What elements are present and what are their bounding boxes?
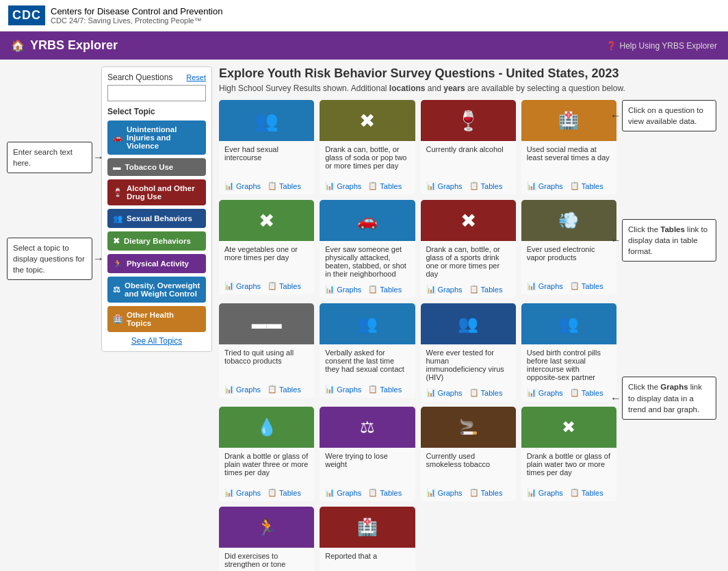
cards-grid: 👥 Ever had sexual intercourse 📊 Graphs 📋…: [219, 100, 616, 571]
help-link[interactable]: ❓ Help Using YRBS Explorer: [606, 41, 717, 51]
annotation-topic-text: Select a topic to display questions for …: [13, 244, 85, 274]
topic-btn-tobacco[interactable]: ▬ Tobacco Use: [107, 158, 206, 176]
card-11-graphs[interactable]: 📊 Graphs: [527, 388, 563, 397]
card-3[interactable]: 🏥 Used social media at least several tim…: [521, 100, 616, 194]
card-7-tables[interactable]: 📋 Tables: [570, 281, 603, 290]
card-6[interactable]: ✖ Drank a can, bottle, or glass of a spo…: [421, 200, 516, 298]
card-1-tables[interactable]: 📋 Tables: [368, 181, 402, 190]
cdc-org-tagline: CDC 24/7: Saving Lives, Protecting Peopl…: [51, 16, 222, 25]
search-input[interactable]: [107, 85, 206, 101]
card-4[interactable]: ✖ Ate vegetables one or more times per d…: [219, 200, 314, 298]
cdc-header: CDC Centers for Disease Control and Prev…: [0, 0, 728, 31]
card-3-tables[interactable]: 📋 Tables: [570, 181, 603, 190]
topic-btn-sexual[interactable]: 👥 Sexual Behaviors: [107, 209, 206, 228]
card-2-graphs[interactable]: 📊 Graphs: [426, 181, 463, 190]
card-16-text: Did exercises to strengthen or tone: [224, 552, 285, 568]
card-14-graphs[interactable]: 📊 Graphs: [426, 488, 463, 497]
dietary-label: Dietary Behaviors: [124, 237, 191, 245]
card-2-text: Currently drank alcohol: [426, 145, 504, 153]
card-14-text: Currently used smokeless tobacco: [426, 452, 491, 468]
card-8-graphs[interactable]: 📊 Graphs: [224, 385, 261, 394]
card-6-tables[interactable]: 📋 Tables: [469, 285, 503, 294]
content-title: Explore Youth Risk Behavior Survey Quest…: [219, 66, 721, 81]
card-11-tables[interactable]: 📋 Tables: [570, 388, 603, 397]
content-subtitle: High School Survey Results shown. Additi…: [219, 84, 721, 93]
card-14[interactable]: 🚬 Currently used smokeless tobacco 📊 Gra…: [421, 407, 516, 501]
card-8[interactable]: ▬▬ Tried to quit using all tobacco produ…: [219, 303, 314, 401]
sexual-icon: 👥: [113, 214, 122, 223]
card-15[interactable]: ✖ Drank a bottle or glass of plain water…: [521, 407, 616, 501]
dietary-icon: ✖: [113, 236, 120, 246]
card-9-text: Verbally asked for consent the last time…: [325, 348, 404, 373]
card-17[interactable]: 🏥 Reported that a 📊 Graphs 📋 Tables: [320, 507, 415, 571]
home-icon: 🏠: [11, 39, 25, 52]
card-7-graphs[interactable]: 📊 Graphs: [527, 281, 563, 290]
topic-btn-alcohol[interactable]: 🍷 Alcohol and Other Drug Use: [107, 179, 206, 205]
card-4-graphs[interactable]: 📊 Graphs: [224, 281, 261, 290]
card-10-tables[interactable]: 📋 Tables: [469, 388, 503, 397]
card-15-graphs[interactable]: 📊 Graphs: [527, 488, 563, 497]
card-7-icon: 💨: [558, 211, 579, 230]
card-13[interactable]: ⚖ Were trying to lose weight 📊 Graphs 📋 …: [320, 407, 415, 501]
card-6-text: Drank a can, bottle, or glass of a sport…: [426, 245, 500, 278]
card-10-graphs[interactable]: 📊 Graphs: [426, 388, 463, 397]
card-16[interactable]: 🏃 Did exercises to strengthen or tone 📊 …: [219, 507, 314, 571]
card-1[interactable]: ✖ Drank a can, bottle, or glass of soda …: [320, 100, 415, 194]
card-13-graphs[interactable]: 📊 Graphs: [325, 488, 361, 497]
card-8-tables[interactable]: 📋 Tables: [268, 385, 301, 394]
card-2[interactable]: 🍷 Currently drank alcohol 📊 Graphs 📋 Tab…: [421, 100, 516, 194]
card-12[interactable]: 💧 Drank a bottle or glass of plain water…: [219, 407, 314, 501]
annotation-graphs-bold: Graphs: [660, 383, 688, 391]
see-all-link[interactable]: See All Topics: [107, 336, 206, 346]
card-9[interactable]: 👥 Verbally asked for consent the last ti…: [320, 303, 415, 401]
card-5-graphs[interactable]: 📊 Graphs: [325, 285, 361, 294]
card-7[interactable]: 💨 Ever used electronic vapor products 📊 …: [521, 200, 616, 298]
card-2-tables[interactable]: 📋 Tables: [469, 181, 503, 190]
annotation-graphs: Click the Graphs link to display data in…: [622, 377, 716, 419]
obesity-icon: ⚖: [113, 285, 120, 294]
card-12-graphs[interactable]: 📊 Graphs: [224, 488, 261, 497]
unintentional-label: Unintentional Injuries and Violence: [127, 125, 200, 150]
card-1-graphs[interactable]: 📊 Graphs: [325, 181, 361, 190]
card-0-icon: 👥: [255, 110, 278, 132]
topic-btn-other[interactable]: 🏥 Other Health Topics: [107, 306, 206, 332]
card-10[interactable]: 👥 Were ever tested for human immunodefic…: [421, 303, 516, 401]
card-14-tables[interactable]: 📋 Tables: [469, 488, 503, 497]
card-0-tables[interactable]: 📋 Tables: [268, 181, 301, 190]
card-4-tables[interactable]: 📋 Tables: [268, 281, 301, 290]
card-5-text: Ever saw someone get physically attacked…: [325, 245, 406, 278]
topic-btn-obesity[interactable]: ⚖ Obesity, Overweight and Weight Control: [107, 277, 206, 303]
card-0[interactable]: 👥 Ever had sexual intercourse 📊 Graphs 📋…: [219, 100, 314, 194]
card-6-graphs[interactable]: 📊 Graphs: [426, 285, 463, 294]
card-11[interactable]: 👥 Used birth control pills before last s…: [521, 303, 616, 401]
cdc-logo-text: CDC: [12, 8, 41, 23]
topic-btn-physical[interactable]: 🏃 Physical Activity: [107, 254, 206, 273]
card-12-icon: 💧: [257, 418, 277, 437]
reset-link[interactable]: Reset: [186, 73, 206, 81]
card-17-text: Reported that a: [325, 552, 377, 560]
topic-btn-unintentional[interactable]: 🚗 Unintentional Injuries and Violence: [107, 120, 206, 155]
card-14-icon: 🚬: [459, 418, 478, 436]
card-13-text: Were trying to lose weight: [325, 452, 388, 468]
card-15-tables[interactable]: 📋 Tables: [570, 488, 603, 497]
card-13-tables[interactable]: 📋 Tables: [368, 488, 402, 497]
card-3-graphs[interactable]: 📊 Graphs: [527, 181, 563, 190]
card-11-text: Used birth control pills before last sex…: [527, 348, 601, 381]
sexual-label: Sexual Behaviors: [127, 214, 192, 223]
tobacco-icon: ▬: [113, 163, 121, 171]
annotation-graphs-pre: Click the: [628, 383, 660, 391]
card-6-icon: ✖: [460, 210, 476, 232]
other-label: Other Health Topics: [127, 311, 200, 327]
cdc-org-name: Centers for Disease Control and Preventi…: [51, 6, 222, 16]
topic-btn-dietary[interactable]: ✖ Dietary Behaviors: [107, 231, 206, 251]
card-5[interactable]: 🚗 Ever saw someone get physically attack…: [320, 200, 415, 298]
card-12-tables[interactable]: 📋 Tables: [268, 488, 301, 497]
navbar: 🏠 YRBS Explorer ❓ Help Using YRBS Explor…: [0, 31, 728, 60]
card-5-tables[interactable]: 📋 Tables: [368, 285, 402, 294]
card-0-graphs[interactable]: 📊 Graphs: [224, 181, 261, 190]
card-9-tables[interactable]: 📋 Tables: [368, 385, 402, 394]
search-label: Search Questions: [107, 73, 172, 82]
card-15-text: Drank a bottle or glass of plain water t…: [527, 452, 610, 477]
annotation-tables-pre: Click the: [628, 225, 660, 233]
card-9-graphs[interactable]: 📊 Graphs: [325, 385, 361, 394]
